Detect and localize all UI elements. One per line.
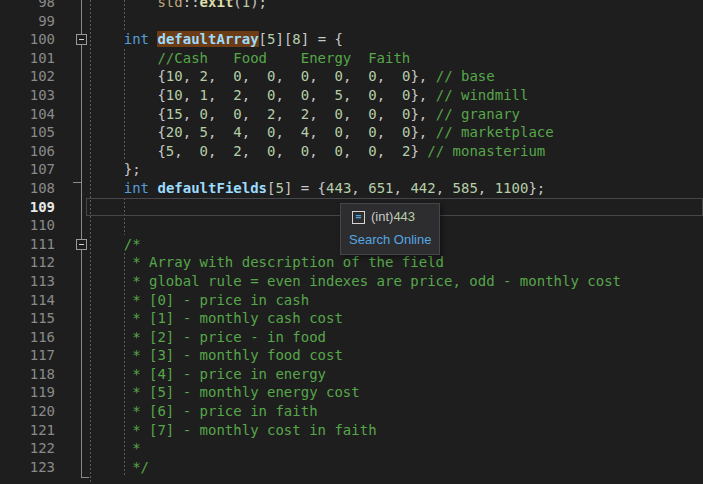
- code-line[interactable]: 104 {15, 0, 0, 2, 2, 0, 0, 0}, // granar…: [0, 105, 703, 124]
- code-token: * [2] - price - in food: [90, 329, 326, 345]
- code-line[interactable]: 107 };: [0, 160, 703, 179]
- code-token: 0: [301, 143, 309, 159]
- code-token: 0: [335, 68, 343, 84]
- code-token: ,: [309, 87, 334, 103]
- line-number[interactable]: 115: [0, 309, 55, 328]
- code-token: */: [90, 459, 149, 475]
- code-text: * Array with description of the field: [90, 254, 444, 270]
- code-token: ,: [208, 143, 233, 159]
- code-token: {: [90, 143, 166, 159]
- code-line[interactable]: 123 */: [0, 458, 703, 477]
- code-line[interactable]: 102 {10, 2, 0, 0, 0, 0, 0, 0}, // base: [0, 67, 703, 86]
- line-number[interactable]: 103: [0, 86, 55, 105]
- line-number[interactable]: 110: [0, 216, 55, 235]
- code-editor: 98 std::exit(1);99100 int defaultArray[5…: [0, 0, 703, 484]
- code-token: [: [259, 31, 267, 47]
- code-line[interactable]: 106 {5, 0, 2, 0, 0, 0, 0, 2} // monaster…: [0, 142, 703, 161]
- code-line[interactable]: 118 * [4] - price in energy: [0, 365, 703, 384]
- line-number[interactable]: 102: [0, 67, 55, 86]
- line-number[interactable]: 121: [0, 421, 55, 440]
- code-line[interactable]: 103 {10, 1, 2, 0, 0, 5, 0, 0}, // windmi…: [0, 86, 703, 105]
- code-token: );: [250, 0, 267, 10]
- code-token: * [6] - price in faith: [90, 403, 318, 419]
- line-number[interactable]: 112: [0, 253, 55, 272]
- code-token: 8: [292, 31, 300, 47]
- line-number[interactable]: 101: [0, 49, 55, 68]
- line-number[interactable]: 105: [0, 123, 55, 142]
- code-token: 1: [200, 87, 208, 103]
- line-number[interactable]: 116: [0, 328, 55, 347]
- line-number[interactable]: 122: [0, 439, 55, 458]
- code-token: 10: [166, 87, 183, 103]
- code-line[interactable]: 115 * [1] - monthly cash cost: [0, 309, 703, 328]
- code-line[interactable]: 122 *: [0, 439, 703, 458]
- code-token: * [0] - price in cash: [90, 292, 309, 308]
- line-number[interactable]: 104: [0, 105, 55, 124]
- line-number[interactable]: 111: [0, 235, 55, 254]
- code-text: * [5] - monthly energy cost: [90, 384, 360, 400]
- code-token: },: [410, 87, 435, 103]
- highlighted-symbol: defaultArray: [157, 31, 258, 47]
- line-number[interactable]: 108: [0, 179, 55, 198]
- code-token: ,: [275, 68, 300, 84]
- code-text: int defaultFields[5] = {443, 651, 442, 5…: [90, 180, 545, 196]
- code-line[interactable]: 100 int defaultArray[5][8] = {: [0, 30, 703, 49]
- code-token: // marketplace: [436, 124, 554, 140]
- code-token: * global rule = even indexes are price, …: [90, 273, 621, 289]
- code-line[interactable]: 112 * Array with description of the fiel…: [0, 253, 703, 272]
- code-token: [90, 0, 157, 10]
- code-token: 4: [301, 124, 309, 140]
- fold-collapse-marker[interactable]: [76, 34, 87, 45]
- code-token: 0: [335, 124, 343, 140]
- line-number[interactable]: 123: [0, 458, 55, 477]
- code-token: 5: [200, 124, 208, 140]
- code-token: ,: [351, 180, 368, 196]
- line-number[interactable]: 98: [0, 0, 55, 12]
- datatip-link-row: Search Online: [349, 231, 431, 250]
- code-token: ::: [183, 0, 200, 10]
- code-token: 0: [368, 143, 376, 159]
- code-line[interactable]: 119 * [5] - monthly energy cost: [0, 383, 703, 402]
- code-line[interactable]: 114 * [0] - price in cash: [0, 291, 703, 310]
- line-number[interactable]: 120: [0, 402, 55, 421]
- line-number[interactable]: 106: [0, 142, 55, 161]
- code-line[interactable]: 105 {20, 5, 4, 0, 4, 0, 0, 0}, // market…: [0, 123, 703, 142]
- code-token: 0: [301, 68, 309, 84]
- line-number[interactable]: 113: [0, 272, 55, 291]
- code-text: /*: [90, 236, 141, 252]
- code-token: 0: [233, 68, 241, 84]
- code-token: ,: [343, 106, 368, 122]
- code-line[interactable]: 108 int defaultFields[5] = {443, 651, 44…: [0, 179, 703, 198]
- code-line[interactable]: 99: [0, 12, 703, 31]
- line-number[interactable]: 99: [0, 12, 55, 31]
- line-number[interactable]: 119: [0, 383, 55, 402]
- line-number[interactable]: 100: [0, 30, 55, 49]
- code-token: ,: [377, 68, 402, 84]
- line-number[interactable]: 118: [0, 365, 55, 384]
- value-expander-icon[interactable]: =: [352, 211, 365, 224]
- code-token: ,: [276, 143, 301, 159]
- code-text: {10, 1, 2, 0, 0, 5, 0, 0}, // windmill: [90, 87, 528, 103]
- code-line[interactable]: 117 * [3] - monthly food cost: [0, 346, 703, 365]
- code-line[interactable]: 98 std::exit(1);: [0, 0, 703, 12]
- code-token: 0: [368, 124, 376, 140]
- line-number[interactable]: 117: [0, 346, 55, 365]
- code-text: * [3] - monthly food cost: [90, 347, 343, 363]
- code-text: std::exit(1);: [90, 0, 267, 10]
- code-token: 20: [166, 124, 183, 140]
- fold-collapse-marker[interactable]: [76, 239, 87, 250]
- line-number[interactable]: 109: [0, 198, 55, 217]
- code-token: ,: [275, 124, 300, 140]
- code-line[interactable]: 116 * [2] - price - in food: [0, 328, 703, 347]
- line-number[interactable]: 114: [0, 291, 55, 310]
- code-token: ,: [183, 68, 200, 84]
- line-number[interactable]: 107: [0, 160, 55, 179]
- code-line[interactable]: 121 * [7] - monthly cost in faith: [0, 421, 703, 440]
- datatip-value: (int)443: [371, 208, 415, 227]
- code-line[interactable]: 113 * global rule = even indexes are pri…: [0, 272, 703, 291]
- search-online-link[interactable]: Search Online: [349, 232, 431, 247]
- code-line[interactable]: 101 //Cash Food Energy Faith: [0, 49, 703, 68]
- code-token: 442: [410, 180, 435, 196]
- code-token: // granary: [436, 106, 520, 122]
- code-line[interactable]: 120 * [6] - price in faith: [0, 402, 703, 421]
